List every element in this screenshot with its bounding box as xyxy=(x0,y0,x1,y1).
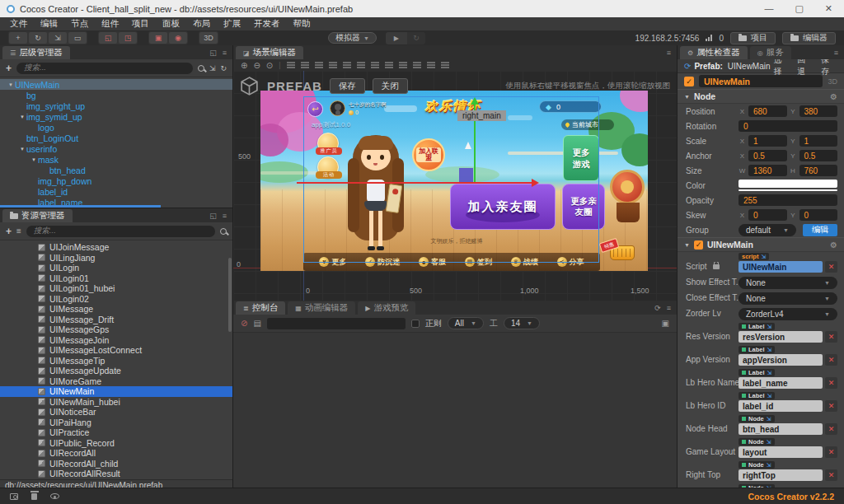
play-button[interactable]: ▶ xyxy=(386,32,407,44)
tree-node[interactable]: ▼UINewMain xyxy=(0,79,232,90)
promoter-button[interactable]: 推广员 xyxy=(317,133,339,154)
tree-node[interactable]: img_syright_up xyxy=(0,100,232,111)
trash-icon[interactable] xyxy=(31,493,37,500)
asset-item[interactable]: UIMessage xyxy=(0,304,232,315)
number-field[interactable]: 1360 xyxy=(748,165,787,176)
open-link-icon[interactable]: ⇲ xyxy=(767,370,772,376)
assets-scrollbar[interactable] xyxy=(228,258,232,332)
tab-game-preview[interactable]: ▶游戏预览 xyxy=(358,301,415,315)
zoom-out-icon[interactable]: ⊖ xyxy=(253,61,260,70)
open-link-icon[interactable]: ⇲ xyxy=(767,416,771,422)
anti-addiction-button[interactable]: ✓防沉迷 xyxy=(365,257,400,268)
clear-console-icon[interactable]: ⊘ xyxy=(241,319,247,328)
align-tool-icon[interactable] xyxy=(301,62,309,68)
pivot-toggle-icon[interactable]: ◱ xyxy=(99,32,117,44)
open-link-icon[interactable]: ⇲ xyxy=(767,439,771,446)
remove-reference-button[interactable]: ✕ xyxy=(825,469,837,481)
enum-dropdown[interactable]: ZorderLv4▼ xyxy=(738,308,837,320)
enum-dropdown[interactable]: None▼ xyxy=(738,292,837,305)
align-tool-icon[interactable] xyxy=(385,62,393,68)
align-tool-icon[interactable] xyxy=(329,62,337,68)
search-icon[interactable] xyxy=(220,228,227,235)
font-size-dropdown[interactable]: 14 ▼ xyxy=(504,317,540,329)
eye-icon[interactable] xyxy=(50,493,59,499)
component-enabled-checkbox[interactable]: ✓ xyxy=(694,240,703,250)
reference-field[interactable]: resVersion xyxy=(738,331,823,343)
open-link-icon[interactable]: ⇲ xyxy=(767,393,772,399)
3d-mode-button[interactable]: 3D xyxy=(199,32,218,44)
checkin-button[interactable]: ▤签到 xyxy=(465,257,492,268)
open-link-icon[interactable]: ⇲ xyxy=(767,347,772,353)
menu-item[interactable]: 项目 xyxy=(125,18,156,30)
prefab-close-button[interactable]: 关闭 xyxy=(373,78,408,94)
align-tool-icon[interactable] xyxy=(441,62,449,68)
edit-group-button[interactable]: 编辑 xyxy=(803,224,837,236)
asset-item[interactable]: UILogin02 xyxy=(0,294,232,305)
hierarchy-scrollbar[interactable] xyxy=(0,205,161,208)
expand-arrow-icon[interactable]: ▼ xyxy=(18,114,26,119)
number-field[interactable]: 680 xyxy=(748,105,787,117)
asset-item[interactable]: UIMessageGps xyxy=(0,324,232,335)
align-tool-icon[interactable] xyxy=(399,62,407,68)
number-field[interactable]: 0 xyxy=(748,209,787,221)
zoom-in-icon[interactable]: ⊕ xyxy=(241,61,247,70)
remove-reference-button[interactable]: ✕ xyxy=(825,354,837,366)
expand-arrow-icon[interactable]: ▼ xyxy=(30,157,38,162)
menu-item[interactable]: 帮助 xyxy=(287,18,317,30)
asset-item[interactable]: UINewMain xyxy=(0,386,232,397)
screenshot-icon[interactable] xyxy=(10,493,18,500)
assets-search-input[interactable]: 搜索... xyxy=(26,226,215,237)
asset-item[interactable]: UIPublic_Record xyxy=(0,438,232,449)
open-editor-button[interactable]: 编辑器 xyxy=(782,32,836,44)
simulator-dropdown[interactable]: 模拟器 ▼ xyxy=(328,32,377,44)
compass-gizmo-toggle-icon[interactable]: ◉ xyxy=(169,32,187,44)
panel-menu-icon[interactable]: ≡ xyxy=(667,304,671,312)
more-circle-button[interactable]: 更多亲友圈 xyxy=(562,184,605,230)
back-button[interactable]: ↩ xyxy=(307,101,323,117)
align-tool-icon[interactable] xyxy=(315,62,323,68)
node-active-checkbox[interactable]: ✓ xyxy=(684,77,694,86)
zoom-reset-icon[interactable]: ⊙ xyxy=(266,61,273,70)
number-field[interactable]: 0 xyxy=(799,209,838,221)
remove-reference-button[interactable]: ✕ xyxy=(825,331,837,343)
tab-service[interactable]: ◎ 服务 xyxy=(750,46,791,59)
tree-node[interactable]: img_hp_down xyxy=(0,175,232,186)
align-tool-icon[interactable] xyxy=(357,62,365,68)
reference-field[interactable]: layout xyxy=(738,446,823,458)
create-node-button[interactable]: + xyxy=(6,63,12,74)
log-level-dropdown[interactable]: All ▼ xyxy=(448,317,484,329)
tab-console[interactable]: ≣控制台 xyxy=(236,301,285,315)
tree-node[interactable]: label_id xyxy=(0,186,232,197)
number-field[interactable]: 0.5 xyxy=(748,150,787,161)
popout-icon[interactable]: ▣ xyxy=(662,319,669,328)
open-link-icon[interactable]: ⇲ xyxy=(761,254,766,260)
asset-item[interactable]: UIJoinMessage xyxy=(0,242,232,253)
move-tool-icon[interactable]: + xyxy=(9,32,27,44)
share-button[interactable]: ≺分享 xyxy=(557,257,584,268)
menu-item[interactable]: 编辑 xyxy=(34,18,64,30)
support-button[interactable]: ☻客服 xyxy=(419,257,446,268)
remove-reference-button[interactable]: ✕ xyxy=(825,423,837,435)
menu-item[interactable]: 布局 xyxy=(186,18,217,30)
rect-gizmo-toggle-icon[interactable]: ▣ xyxy=(149,32,167,44)
menu-item[interactable]: 面板 xyxy=(156,18,186,30)
asset-item[interactable]: UIPaiHang xyxy=(0,418,232,428)
reference-field[interactable]: rightTop xyxy=(738,469,823,481)
number-field[interactable]: 1 xyxy=(799,135,838,147)
regex-checkbox[interactable] xyxy=(411,320,420,328)
menu-item[interactable]: 扩展 xyxy=(217,18,247,30)
group-dropdown[interactable]: default▼ xyxy=(738,224,796,236)
join-alliance-button[interactable]: 加入联盟 xyxy=(412,138,445,171)
refresh-button[interactable]: ↻ xyxy=(407,32,425,44)
remove-reference-button[interactable]: ✕ xyxy=(825,400,837,412)
panel-menu-icon[interactable]: ≡ xyxy=(223,212,227,220)
asset-item[interactable]: UIRecordAll xyxy=(0,448,232,459)
asset-item[interactable]: UIMessageLostConnect xyxy=(0,345,232,356)
align-tool-icon[interactable] xyxy=(427,62,435,68)
number-field[interactable]: 380 xyxy=(799,105,838,117)
asset-item[interactable]: UILogin xyxy=(0,263,232,273)
more-button[interactable]: ∨更多 xyxy=(319,257,346,268)
open-link-icon[interactable]: ⇲ xyxy=(767,462,771,469)
reference-field[interactable]: label_name xyxy=(738,377,823,389)
align-tool-icon[interactable] xyxy=(371,62,379,68)
